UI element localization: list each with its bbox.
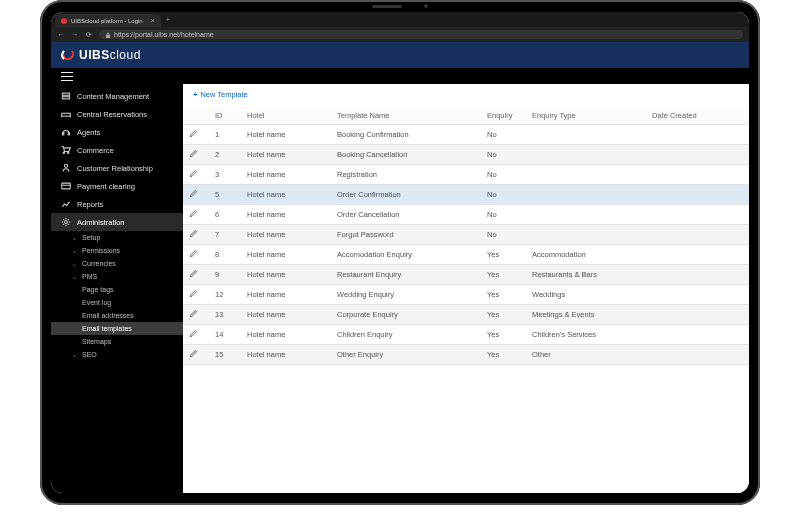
col-etype[interactable]: Enquiry Type — [526, 107, 646, 125]
cart-icon — [61, 145, 71, 155]
sidebar-item-central-reservations[interactable]: Central Reservations — [51, 105, 183, 123]
close-tab-icon[interactable]: × — [151, 17, 155, 24]
cell-etype: Restaurants & Bars — [526, 265, 646, 285]
cell-etype — [526, 225, 646, 245]
edit-icon[interactable] — [189, 231, 198, 240]
cell-hotel: Hotel name — [241, 305, 331, 325]
cell-edit — [183, 305, 209, 325]
sidebar-item-content-management[interactable]: Content Management — [51, 87, 183, 105]
table-row[interactable]: 12Hotel nameWedding EnquiryYesWeddings — [183, 285, 749, 305]
new-template-button[interactable]: + New Template — [193, 90, 248, 99]
sidebar-item-label: Commerce — [77, 146, 114, 155]
cell-id: 12 — [209, 285, 241, 305]
sidebar-subitem-email-templates[interactable]: Email templates — [51, 322, 183, 335]
col-template[interactable]: Template Name — [331, 107, 481, 125]
sidebar-item-administration[interactable]: Administration — [51, 213, 183, 231]
table-row[interactable]: 6Hotel nameOrder CancellationNo — [183, 205, 749, 225]
cell-template: Registration — [331, 165, 481, 185]
chevron-down-icon: ⌄ — [71, 234, 78, 241]
edit-icon[interactable] — [189, 191, 198, 200]
sidebar-subitem-label: Email addresses — [82, 312, 134, 319]
sidebar-item-customer-relationship[interactable]: Customer Relationship — [51, 159, 183, 177]
cell-edit — [183, 225, 209, 245]
sidebar-subitem-pms[interactable]: ⌄PMS — [51, 270, 183, 283]
nav-forward-icon[interactable]: → — [71, 31, 79, 38]
sidebar-subitem-email-addresses[interactable]: Email addresses — [51, 309, 183, 322]
table-row[interactable]: 2Hotel nameBooking CancellationNo — [183, 145, 749, 165]
sidebar-toggle-row — [51, 68, 749, 84]
sidebar-subitem-label: Page tags — [82, 286, 114, 293]
cell-hotel: Hotel name — [241, 125, 331, 145]
sidebar-item-agents[interactable]: Agents — [51, 123, 183, 141]
browser-tab[interactable]: UIBScloud platform - Login × — [55, 14, 161, 27]
edit-icon[interactable] — [189, 311, 198, 320]
edit-icon[interactable] — [189, 131, 198, 140]
table-row[interactable]: 13Hotel nameCorporate EnquiryYesMeetings… — [183, 305, 749, 325]
edit-icon[interactable] — [189, 331, 198, 340]
bed-icon — [61, 109, 71, 119]
screen: UIBScloud platform - Login × + ← → ⟳ htt… — [51, 12, 749, 493]
sidebar-subitem-permissions[interactable]: ⌄Permissions — [51, 244, 183, 257]
sidebar-subitem-currencies[interactable]: ⌄Currencies — [51, 257, 183, 270]
col-enquiry[interactable]: Enquiry — [481, 107, 526, 125]
cell-date — [646, 345, 749, 365]
lock-icon — [105, 32, 111, 38]
edit-icon[interactable] — [189, 211, 198, 220]
col-date[interactable]: Date Created — [646, 107, 749, 125]
cell-etype: Other — [526, 345, 646, 365]
sidebar-item-label: Agents — [77, 128, 100, 137]
sidebar-item-commerce[interactable]: Commerce — [51, 141, 183, 159]
cell-id: 15 — [209, 345, 241, 365]
layers-icon — [61, 91, 71, 101]
cell-edit — [183, 245, 209, 265]
cell-enquiry: Yes — [481, 285, 526, 305]
favicon-icon — [61, 18, 67, 24]
sidebar-item-label: Reports — [77, 200, 103, 209]
cell-etype — [526, 125, 646, 145]
cell-hotel: Hotel name — [241, 325, 331, 345]
sidebar-subitem-setup[interactable]: ⌄Setup — [51, 231, 183, 244]
edit-icon[interactable] — [189, 291, 198, 300]
edit-icon[interactable] — [189, 351, 198, 360]
address-field[interactable]: https://portal.uibs.net/hotelname — [99, 30, 743, 39]
sidebar-subitem-page-tags[interactable]: Page tags — [51, 283, 183, 296]
table-row[interactable]: 9Hotel nameRestaurant EnquiryYesRestaura… — [183, 265, 749, 285]
new-tab-button[interactable]: + — [161, 12, 175, 27]
table-row[interactable]: 14Hotel nameChildren EnquiryYesChildren'… — [183, 325, 749, 345]
table-row[interactable]: 5Hotel nameOrder ConfirmationNo — [183, 185, 749, 205]
card-icon — [61, 181, 71, 191]
table-row[interactable]: 3Hotel nameRegistrationNo — [183, 165, 749, 185]
cell-etype — [526, 185, 646, 205]
main-panel: + New Template ID Hotel Template Name En… — [183, 84, 749, 493]
gear-icon — [61, 217, 71, 227]
nav-back-icon[interactable]: ← — [57, 31, 65, 38]
new-template-label: New Template — [200, 90, 247, 99]
edit-icon[interactable] — [189, 151, 198, 160]
table-row[interactable]: 8Hotel nameAccomodation EnquiryYesAccomm… — [183, 245, 749, 265]
chevron-down-icon: ⌄ — [71, 260, 78, 267]
nav-reload-icon[interactable]: ⟳ — [85, 31, 93, 39]
edit-icon[interactable] — [189, 271, 198, 280]
cell-template: Corporate Enquiry — [331, 305, 481, 325]
col-id[interactable]: ID — [209, 107, 241, 125]
cell-hotel: Hotel name — [241, 165, 331, 185]
sidebar-item-payment-clearing[interactable]: Payment clearing — [51, 177, 183, 195]
table-row[interactable]: 1Hotel nameBooking ConfirmationNo — [183, 125, 749, 145]
cell-edit — [183, 145, 209, 165]
menu-toggle-icon[interactable] — [61, 72, 73, 81]
cell-edit — [183, 345, 209, 365]
edit-icon[interactable] — [189, 171, 198, 180]
sidebar-subitem-seo[interactable]: ⌄SEO — [51, 348, 183, 361]
col-hotel[interactable]: Hotel — [241, 107, 331, 125]
cell-template: Children Enquiry — [331, 325, 481, 345]
chevron-down-icon: ⌄ — [71, 273, 78, 280]
edit-icon[interactable] — [189, 251, 198, 260]
sidebar-subitem-sitemaps[interactable]: Sitemaps — [51, 335, 183, 348]
sidebar-subitem-event-log[interactable]: Event log — [51, 296, 183, 309]
table-row[interactable]: 7Hotel nameForgot PasswordNo — [183, 225, 749, 245]
table-row[interactable]: 15Hotel nameOther EnquiryYesOther — [183, 345, 749, 365]
plus-icon: + — [193, 90, 197, 99]
cell-enquiry: No — [481, 185, 526, 205]
cell-etype — [526, 165, 646, 185]
sidebar-item-reports[interactable]: Reports — [51, 195, 183, 213]
